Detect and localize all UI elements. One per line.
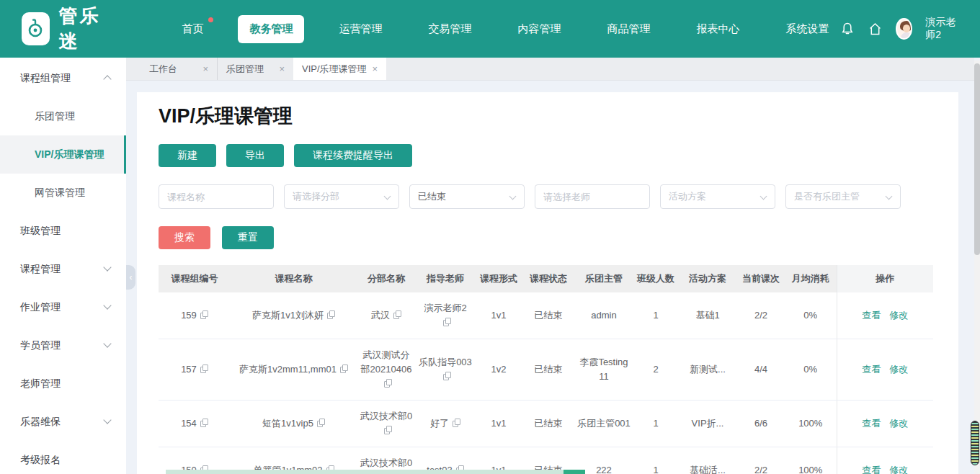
tab-workbench[interactable]: 工作台 × bbox=[141, 58, 217, 80]
notification-dot bbox=[208, 17, 213, 22]
sidebar: 课程组管理 乐团管理 VIP/乐理课管理 网管课管理 班级管理 课程管理 作业管… bbox=[0, 58, 126, 474]
horizontal-scrollbar-thumb[interactable] bbox=[564, 470, 585, 474]
user-avatar[interactable] bbox=[896, 18, 912, 40]
copy-icon[interactable] bbox=[200, 310, 208, 319]
sidebar-collapse-handle[interactable]: ‹ bbox=[126, 265, 135, 290]
close-icon[interactable]: × bbox=[279, 63, 285, 74]
home-icon[interactable] bbox=[868, 21, 883, 37]
table-header: 课程组编号 课程名称 分部名称 指导老师 课程形式 课程状态 乐团主管 班级人数… bbox=[159, 265, 933, 292]
chevron-down-icon bbox=[103, 416, 111, 424]
teacher-input[interactable] bbox=[543, 192, 628, 202]
vertical-scrollbar-thumb[interactable] bbox=[974, 63, 980, 255]
col-status: 课程状态 bbox=[522, 265, 574, 292]
tab-vip-course-management[interactable]: VIP/乐理课管理 × bbox=[293, 58, 386, 80]
activity-plan-select[interactable]: 活动方案 bbox=[660, 184, 775, 209]
sidebar-item-online-course[interactable]: 网管课管理 bbox=[0, 174, 126, 212]
menu-item-goods[interactable]: 商品管理 bbox=[595, 15, 662, 43]
copy-icon[interactable] bbox=[443, 318, 451, 326]
menu-item-reports[interactable]: 报表中心 bbox=[685, 15, 751, 43]
col-course-name: 课程名称 bbox=[231, 265, 357, 292]
menu-item-home[interactable]: 首页 bbox=[170, 15, 215, 43]
action-buttons: 新建 导出 课程续费提醒导出 bbox=[159, 144, 958, 167]
bell-icon[interactable] bbox=[840, 21, 855, 37]
main-menu: 首页 教务管理 运营管理 交易管理 内容管理 商品管理 报表中心 系统设置 bbox=[170, 15, 840, 43]
menu-item-transactions[interactable]: 交易管理 bbox=[416, 15, 483, 43]
course-name-filter[interactable] bbox=[159, 184, 274, 209]
view-link[interactable]: 查看 bbox=[862, 418, 881, 429]
col-form: 课程形式 bbox=[475, 265, 522, 292]
has-leader-select[interactable]: 是否有乐团主管 bbox=[785, 184, 901, 209]
teacher-filter[interactable] bbox=[535, 184, 650, 209]
chevron-up-icon bbox=[103, 75, 111, 83]
copy-icon[interactable] bbox=[453, 419, 460, 427]
menu-item-content[interactable]: 内容管理 bbox=[506, 15, 572, 43]
sidebar-item-class[interactable]: 班级管理 bbox=[0, 212, 126, 250]
col-actions: 操作 bbox=[837, 265, 933, 292]
sidebar-item-homework[interactable]: 作业管理 bbox=[0, 288, 126, 326]
course-name-input[interactable] bbox=[167, 192, 252, 202]
sidebar-item-course-group[interactable]: 课程组管理 bbox=[0, 59, 126, 97]
course-status-select[interactable]: 已结束 bbox=[409, 184, 525, 209]
navbar-right-cluster: 演示老师2 bbox=[840, 16, 958, 42]
col-group-id: 课程组编号 bbox=[159, 265, 231, 292]
chevron-down-icon bbox=[103, 301, 111, 309]
table-row: 157 萨克斯1v2mm11,mm01 武汉测试分部20210406 乐队指导0… bbox=[159, 339, 933, 401]
menu-item-operations[interactable]: 运营管理 bbox=[327, 15, 393, 43]
chevron-down-icon bbox=[103, 339, 111, 347]
close-icon[interactable]: × bbox=[202, 63, 208, 74]
horizontal-scrollbar-track[interactable] bbox=[166, 470, 564, 474]
copy-icon[interactable] bbox=[200, 365, 208, 373]
export-button[interactable]: 导出 bbox=[226, 144, 284, 167]
close-icon[interactable]: × bbox=[373, 63, 378, 74]
copy-icon[interactable] bbox=[317, 419, 325, 427]
edit-link[interactable]: 修改 bbox=[889, 310, 908, 321]
page-title: VIP/乐理课管理 bbox=[159, 103, 958, 129]
chevron-down-icon bbox=[886, 193, 893, 200]
sidebar-item-course[interactable]: 课程管理 bbox=[0, 250, 126, 288]
logo-icon bbox=[22, 12, 50, 45]
col-plan: 活动方案 bbox=[678, 265, 737, 292]
scroll-minimap-widget[interactable] bbox=[971, 421, 979, 465]
sidebar-item-instrument-maintenance[interactable]: 乐器维保 bbox=[0, 403, 126, 441]
col-monthly-consume: 月均消耗 bbox=[785, 265, 837, 292]
main-content: VIP/乐理课管理 新建 导出 课程续费提醒导出 请选择分部 已结束 活动方案 bbox=[137, 92, 958, 474]
tab-orchestra-management[interactable]: 乐团管理 × bbox=[217, 58, 293, 80]
copy-icon[interactable] bbox=[443, 372, 451, 380]
reset-button[interactable]: 重置 bbox=[222, 226, 274, 249]
sidebar-item-students[interactable]: 学员管理 bbox=[0, 326, 126, 365]
copy-icon[interactable] bbox=[200, 419, 208, 427]
copy-icon[interactable] bbox=[327, 310, 335, 319]
status-text: 已结束 bbox=[522, 401, 574, 447]
status-text: 已结束 bbox=[522, 292, 574, 339]
brand-name: 管乐迷 bbox=[59, 4, 112, 54]
view-link[interactable]: 查看 bbox=[862, 364, 881, 375]
edit-link[interactable]: 修改 bbox=[889, 418, 908, 429]
edit-link[interactable]: 修改 bbox=[889, 465, 908, 474]
branch-select[interactable]: 请选择分部 bbox=[284, 184, 399, 209]
search-reset-row: 搜索 重置 bbox=[159, 226, 958, 249]
edit-link[interactable]: 修改 bbox=[889, 364, 908, 375]
col-leader: 乐团主管 bbox=[574, 265, 633, 292]
copy-icon[interactable] bbox=[384, 379, 392, 388]
sidebar-item-exam-registration[interactable]: 考级报名 bbox=[0, 441, 126, 474]
view-link[interactable]: 查看 bbox=[862, 310, 881, 321]
create-button[interactable]: 新建 bbox=[159, 144, 216, 167]
copy-icon[interactable] bbox=[384, 426, 392, 434]
chevron-down-icon bbox=[509, 193, 517, 200]
app-window: 管乐迷 首页 教务管理 运营管理 交易管理 内容管理 商品管理 报表中心 系统设… bbox=[0, 0, 980, 474]
sidebar-item-teachers[interactable]: 老师管理 bbox=[0, 365, 126, 403]
search-button[interactable]: 搜索 bbox=[159, 226, 210, 249]
sidebar-item-orchestra[interactable]: 乐团管理 bbox=[0, 97, 126, 135]
filter-bar: 请选择分部 已结束 活动方案 是否有乐团主管 bbox=[159, 184, 958, 209]
table-row: 154 短笛1v1vip5 武汉技术部0 好了 1v1 已结束 乐团主管001 … bbox=[159, 401, 933, 447]
menu-item-settings[interactable]: 系统设置 bbox=[774, 15, 840, 43]
copy-icon[interactable] bbox=[393, 310, 401, 319]
user-name[interactable]: 演示老师2 bbox=[925, 16, 958, 42]
menu-item-academic[interactable]: 教务管理 bbox=[238, 15, 304, 43]
sidebar-item-vip-course[interactable]: VIP/乐理课管理 bbox=[0, 135, 126, 174]
copy-icon[interactable] bbox=[340, 365, 348, 373]
status-text: 已结束 bbox=[522, 339, 574, 401]
renewal-reminder-export-button[interactable]: 课程续费提醒导出 bbox=[294, 144, 412, 167]
view-link[interactable]: 查看 bbox=[862, 465, 881, 474]
brand-logo[interactable]: 管乐迷 bbox=[22, 4, 111, 54]
